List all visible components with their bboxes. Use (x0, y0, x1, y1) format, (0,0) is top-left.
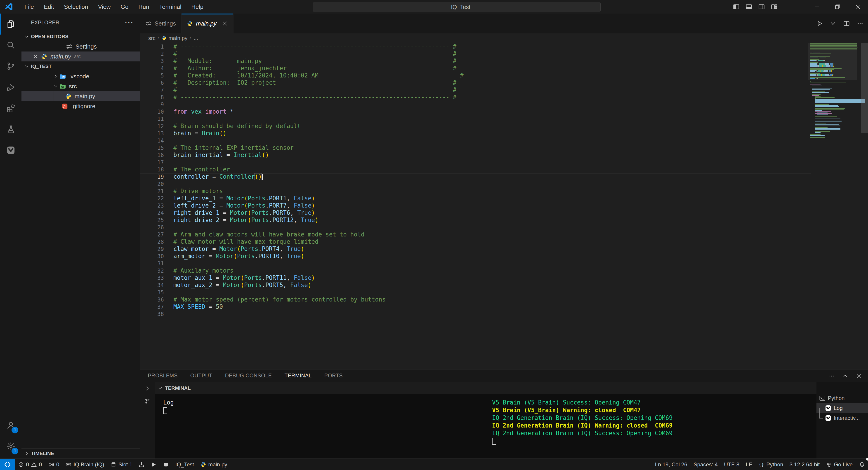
minimap[interactable] (808, 43, 857, 369)
code-line-11[interactable]: 11 (140, 115, 868, 123)
terminal-log-pane[interactable]: Log (155, 394, 487, 459)
menu-terminal[interactable]: Terminal (154, 0, 186, 13)
status-vex-download[interactable] (135, 459, 148, 470)
code-line-36[interactable]: 36# Max motor speed (percent) for motors… (140, 296, 868, 303)
code-line-6[interactable]: 6# Description: IQ2 project # (140, 79, 868, 86)
activity-accounts[interactable]: 1 (0, 415, 22, 436)
status-vex-slot[interactable]: Slot 1 (107, 459, 135, 470)
status-vex-project[interactable]: IQ_Test (172, 459, 197, 470)
chevron-up-icon[interactable] (842, 373, 848, 379)
code-line-16[interactable]: 16brain_inertial = Inertial() (140, 151, 868, 159)
code-line-35[interactable]: 35 (140, 289, 868, 296)
terminal-output-pane[interactable]: V5 Brain (V5_Brain) Success: Opening COM… (487, 394, 816, 459)
explorer-more-actions[interactable]: ··· (125, 19, 134, 26)
code-line-21[interactable]: 21# Drive motors (140, 188, 868, 195)
terminal-list-interactiv[interactable]: Interactiv... (816, 413, 868, 423)
timeline-header[interactable]: TIMELINE (22, 448, 140, 459)
activity-run-and-debug[interactable] (0, 76, 22, 98)
code-line-8[interactable]: 8# -------------------------------------… (140, 94, 868, 101)
breadcrumb-item[interactable]: src (148, 35, 156, 41)
activity-vex[interactable] (0, 140, 22, 161)
panel-tab-terminal[interactable]: TERMINAL (285, 369, 312, 383)
status-active-file[interactable]: main.py (197, 459, 230, 470)
code-line-30[interactable]: 30arm_motor = Motor(Ports.PORT10, True) (140, 253, 868, 260)
editor-scrollbar[interactable] (861, 43, 868, 133)
activity-explorer[interactable] (0, 13, 22, 35)
code-line-13[interactable]: 13brain = Brain() (140, 130, 868, 137)
code-line-20[interactable]: 20 (140, 180, 868, 188)
code-line-10[interactable]: 10from vex import * (140, 108, 868, 115)
code-line-15[interactable]: 15# The internal EXP inertial sensor (140, 144, 868, 151)
open-editor-main-py[interactable]: main.pysrc (22, 52, 140, 61)
status-eol[interactable]: LF (743, 459, 755, 470)
code-line-29[interactable]: 29claw_motor = Motor(Ports.PORT4, True) (140, 245, 868, 253)
window-restore[interactable] (827, 0, 848, 13)
window-minimize[interactable] (807, 0, 827, 13)
tree-item-mainpy[interactable]: main.py (22, 91, 140, 101)
open-editors-header[interactable]: OPEN EDITORS (22, 32, 140, 41)
activity-search[interactable] (0, 35, 22, 56)
code-line-31[interactable]: 31 (140, 260, 868, 267)
kebab-icon[interactable] (857, 20, 864, 27)
tree-item-src[interactable]: src (22, 81, 140, 91)
panel-tab-output[interactable]: OUTPUT (190, 369, 213, 383)
status-encoding[interactable]: UTF-8 (721, 459, 743, 470)
split-editor-icon[interactable] (843, 20, 850, 27)
status-vex-run[interactable] (148, 459, 160, 470)
workspace-header[interactable]: IQ_TEST (22, 61, 140, 71)
terminal-list-log[interactable]: Log (816, 403, 868, 413)
command-center-search[interactable]: IQ_Test (313, 2, 600, 12)
code-line-23[interactable]: 23left_drive_2 = Motor(Ports.PORT7, Fals… (140, 202, 868, 209)
status-problems[interactable]: 00 (15, 459, 45, 470)
timeline-section[interactable]: TIMELINE (22, 448, 140, 459)
breadcrumb-item[interactable]: ... (194, 35, 198, 41)
code-line-5[interactable]: 5# Created: 10/11/2024, 10:40:02 AM # (140, 72, 868, 79)
code-line-17[interactable]: 17 (140, 159, 868, 166)
code-line-22[interactable]: 22left_drive_1 = Motor(Ports.PORT1, Fals… (140, 195, 868, 202)
status-indentation[interactable]: Spaces: 4 (690, 459, 721, 470)
status-vex-feedback[interactable]: 0 (45, 459, 62, 470)
window-close[interactable] (848, 0, 868, 13)
close-icon[interactable] (856, 373, 862, 379)
kebab-icon[interactable] (829, 373, 835, 379)
terminal-list-python[interactable]: Python (816, 393, 868, 403)
code-line-2[interactable]: 2# # (140, 50, 868, 57)
close-icon[interactable] (222, 21, 228, 26)
activity-testing[interactable] (0, 119, 22, 140)
code-line-33[interactable]: 33motor_aux_1 = Motor(Ports.PORT11, Fals… (140, 274, 868, 281)
code-line-27[interactable]: 27# Arm and claw motors will have brake … (140, 231, 868, 238)
code-line-38[interactable]: 38 (140, 310, 868, 317)
terminal-branch-icon[interactable] (145, 398, 150, 404)
status-cursor-position[interactable]: Ln 19, Col 26 (652, 459, 690, 470)
menu-selection[interactable]: Selection (59, 0, 93, 13)
layout-right-icon[interactable] (758, 3, 765, 10)
status-go-live[interactable]: Go Live (823, 459, 856, 470)
tab-settings[interactable]: Settings (140, 13, 182, 33)
code-line-3[interactable]: 3# Module: main.py # (140, 57, 868, 65)
chevron-down-icon[interactable] (158, 386, 163, 391)
tree-item-vscode[interactable]: .vscode (22, 71, 140, 81)
code-line-4[interactable]: 4# Author: jenna_juechter # (140, 65, 868, 72)
menu-help[interactable]: Help (186, 0, 208, 13)
code-line-18[interactable]: 18# The controller (140, 166, 868, 173)
code-line-28[interactable]: 28# Claw motor will have max torque limi… (140, 238, 868, 245)
code-line-26[interactable]: 26 (140, 224, 868, 231)
menu-run[interactable]: Run (133, 0, 154, 13)
activity-extensions[interactable] (0, 98, 22, 119)
code-line-25[interactable]: 25right_drive_2 = Motor(Ports.PORT12, Tr… (140, 216, 868, 224)
status-vex-device[interactable]: IQ Brain (IQ) (62, 459, 107, 470)
code-line-1[interactable]: 1# -------------------------------------… (140, 43, 868, 50)
status-python-interpreter[interactable]: 3.12.2 64-bit (786, 459, 823, 470)
code-line-37[interactable]: 37MAX_SPEED = 50 (140, 303, 868, 310)
tab-main-py[interactable]: main.py (182, 13, 234, 33)
menu-edit[interactable]: Edit (39, 0, 59, 13)
status-language-mode[interactable]: {}Python (755, 459, 786, 470)
code-editor[interactable]: 1# -------------------------------------… (140, 43, 868, 369)
layout-sidebar-icon[interactable] (733, 3, 740, 10)
panel-tab-debug-console[interactable]: DEBUG CONSOLE (225, 369, 272, 383)
menu-file[interactable]: File (20, 0, 39, 13)
layout-custom-icon[interactable] (771, 3, 778, 10)
chevron-down-icon[interactable] (830, 20, 836, 27)
code-line-32[interactable]: 32# Auxilary motors (140, 267, 868, 274)
panel-tab-ports[interactable]: PORTS (324, 369, 343, 383)
